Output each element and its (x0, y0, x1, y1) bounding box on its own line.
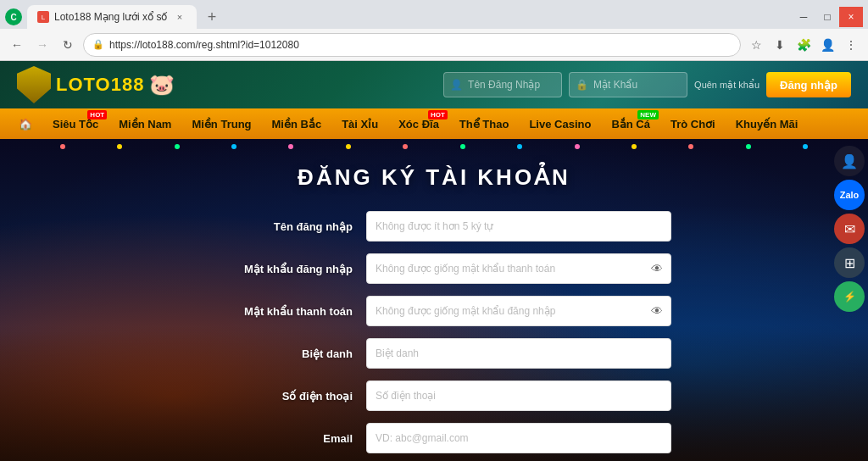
main-content: ĐĂNG KÝ TÀI KHOẢN Tên đăng nhậpMật khẩu … (0, 139, 868, 461)
form-input-2[interactable] (366, 296, 671, 326)
form-input-wrapper-2: 👁 (366, 296, 671, 326)
nav-item-tai-xiu[interactable]: Tài Xỉu (331, 108, 388, 139)
lock-icon: 🔒 (576, 79, 588, 91)
nav-item-live-casino[interactable]: Live Casino (519, 108, 601, 139)
window-controls: ─ □ × (792, 7, 863, 27)
form-label-3: Biệt danh (197, 347, 366, 360)
form-input-wrapper-0 (366, 211, 671, 242)
maximize-button[interactable]: □ (815, 7, 839, 27)
login-button[interactable]: Đăng nhập (766, 72, 851, 97)
nav-badge: HOT (428, 110, 448, 119)
form-label-5: Email (197, 432, 366, 445)
logo-area: LOTO188 🐷 (17, 66, 175, 103)
active-tab[interactable]: L Loto188 Mạng lưới xổ số × (27, 5, 197, 29)
form-row-5: Email (197, 423, 671, 453)
logo-mascot: 🐷 (149, 73, 175, 97)
nav-item-sieu-toc[interactable]: Siêu TốcHOT (42, 108, 108, 139)
logo-text: LOTO188 (56, 74, 144, 96)
tab-favicon: L (37, 11, 49, 23)
right-sidebar: 👤Zalo✉⊞⚡ (831, 139, 868, 319)
new-tab-button[interactable]: + (200, 5, 224, 29)
forgot-password-link[interactable]: Quên mật khẩu (694, 80, 760, 91)
sidebar-btn-email[interactable]: ✉ (834, 214, 865, 244)
nav-item-xoc-dia[interactable]: Xóc ĐĩaHOT (388, 108, 449, 139)
form-row-3: Biệt danh (197, 338, 671, 369)
form-input-3[interactable] (366, 338, 671, 369)
form-input-4[interactable] (366, 380, 671, 411)
form-input-5[interactable] (366, 423, 671, 453)
browser-actions: ☆ ⬇ 🧩 👤 ⋮ (746, 35, 861, 55)
nav-item-mien-bac[interactable]: Miền Bắc (262, 108, 332, 139)
form-input-wrapper-4 (366, 380, 671, 411)
nav-item-mien-trung[interactable]: Miền Trung (181, 108, 261, 139)
form-label-4: Số điện thoại (197, 390, 366, 403)
sidebar-btn-speed[interactable]: ⚡ (834, 281, 865, 312)
browser-chrome: C L Loto188 Mạng lưới xổ số × + ─ □ × ← … (0, 0, 868, 61)
minimize-button[interactable]: ─ (792, 7, 815, 27)
nav-item-ban-ca[interactable]: Bắn CáNEW (601, 108, 660, 139)
close-button[interactable]: × (839, 7, 863, 27)
tab-bar: C L Loto188 Mạng lưới xổ số × + ─ □ × (0, 0, 868, 29)
sidebar-btn-zalo[interactable]: Zalo (834, 180, 865, 210)
password-wrapper: 🔒 (569, 72, 687, 97)
register-form-container: ĐĂNG KÝ TÀI KHOẢN Tên đăng nhậpMật khẩu … (0, 139, 868, 461)
lock-icon: 🔒 (92, 39, 104, 50)
eye-icon-2[interactable]: 👁 (651, 304, 663, 318)
url-text: https://loto188.com/reg.shtml?id=1012080 (109, 39, 299, 51)
address-bar-row: ← → ↻ 🔒 https://loto188.com/reg.shtml?id… (0, 29, 868, 61)
extension-icon[interactable]: 🧩 (793, 35, 814, 55)
eye-icon-1[interactable]: 👁 (651, 262, 663, 275)
forward-button[interactable]: → (32, 35, 53, 55)
form-row-2: Mật khẩu thanh toán👁 (197, 296, 671, 326)
form-row-4: Số điện thoại (197, 380, 671, 411)
back-button[interactable]: ← (7, 35, 27, 55)
nav-item-tro-choi[interactable]: Trò Chơi (660, 108, 726, 139)
nav-badge: HOT (87, 110, 107, 119)
username-wrapper: 👤 (443, 72, 562, 97)
nav-item-home[interactable]: 🏠 (8, 108, 42, 139)
nav-item-the-thao[interactable]: Thể Thao (449, 108, 520, 139)
form-input-wrapper-1: 👁 (366, 253, 671, 284)
form-input-wrapper-3 (366, 338, 671, 369)
form-label-0: Tên đăng nhập (197, 220, 366, 233)
refresh-button[interactable]: ↻ (58, 35, 78, 55)
form-row-1: Mật khẩu đăng nhập👁 (197, 253, 671, 284)
header-form: 👤 🔒 Quên mật khẩu Đăng nhập (443, 72, 851, 97)
form-rows: Tên đăng nhậpMật khẩu đăng nhập👁Mật khẩu… (197, 211, 671, 461)
form-label-1: Mật khẩu đăng nhập (197, 263, 366, 275)
browser-logo: C (5, 8, 22, 25)
nav-item-khuyen-mai[interactable]: Khuyến Mãi (726, 108, 809, 139)
form-title: ĐĂNG KÝ TÀI KHOẢN (298, 164, 570, 191)
nav-item-mien-nam[interactable]: Miền Nam (108, 108, 181, 139)
form-input-0[interactable] (366, 211, 671, 242)
tab-close-button[interactable]: × (173, 10, 186, 24)
download-icon[interactable]: ⬇ (770, 35, 790, 55)
profile-icon[interactable]: 👤 (817, 35, 837, 55)
tab-title: Loto188 Mạng lưới xổ số (54, 11, 167, 23)
site-nav: 🏠Siêu TốcHOTMiền NamMiền TrungMiền BắcTà… (0, 108, 868, 139)
site-header: LOTO188 🐷 👤 🔒 Quên mật khẩu Đăng nhập (0, 61, 868, 108)
sidebar-btn-qr[interactable]: ⊞ (834, 247, 865, 278)
address-bar[interactable]: 🔒 https://loto188.com/reg.shtml?id=10120… (83, 33, 741, 57)
form-label-2: Mật khẩu thanh toán (197, 305, 366, 318)
menu-icon[interactable]: ⋮ (841, 35, 861, 55)
sidebar-btn-profile[interactable]: 👤 (834, 146, 865, 176)
form-input-wrapper-5 (366, 423, 671, 453)
user-icon: 👤 (450, 79, 463, 91)
form-row-0: Tên đăng nhập (197, 211, 671, 242)
logo-shield (17, 66, 51, 103)
nav-badge: NEW (637, 110, 659, 119)
website-content: LOTO188 🐷 👤 🔒 Quên mật khẩu Đăng nhập 🏠S… (0, 61, 868, 461)
form-input-1[interactable] (366, 253, 671, 284)
bookmark-icon[interactable]: ☆ (746, 35, 766, 55)
